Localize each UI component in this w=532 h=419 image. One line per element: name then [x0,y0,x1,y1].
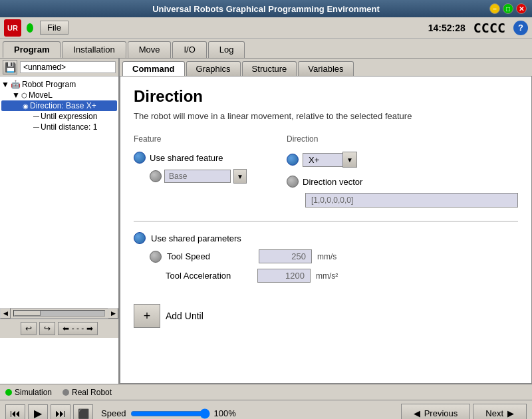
skip-forward-button[interactable]: ⏭ [51,404,70,420]
globe-icon-gray [150,170,162,182]
scroll-left-btn[interactable]: ◀ [0,308,11,319]
stop-button[interactable]: ⬛ [73,404,93,420]
feature-column: Feature Use shared feature ▼ [134,134,247,208]
status-indicator [27,23,33,33]
play-button[interactable]: ▶ [28,404,48,420]
scroll-right-btn[interactable]: ▶ [108,308,118,319]
window-title: Universal Robots Graphical Programming E… [43,4,489,14]
params-globe-icon [134,232,146,244]
direction-vector-input[interactable] [305,193,518,208]
help-button[interactable]: ? [513,21,528,35]
real-robot-status[interactable]: Real Robot [63,388,112,397]
add-until-icon: + [144,309,151,323]
tab-command[interactable]: Command [122,61,185,76]
right-panel: Command Graphics Structure Variables Dir… [120,59,532,384]
skip-back-button[interactable]: ⏮ [5,404,25,420]
base-dropdown-arrow[interactable]: ▼ [233,169,247,184]
tree-item-until-distance[interactable]: — Until distance: 1 [1,122,117,132]
simulation-status[interactable]: Simulation [5,388,52,397]
direction-vector-radio[interactable]: Direction vector [287,176,518,188]
tab-variables[interactable]: Variables [298,61,353,76]
divider [134,221,518,221]
scroll-track [13,310,105,317]
tab-move[interactable]: Move [128,41,172,58]
real-robot-label: Real Robot [72,388,112,397]
use-shared-feature-radio[interactable]: Use shared feature [134,152,247,164]
tab-structure[interactable]: Structure [242,61,297,76]
tool-speed-row: Tool Speed mm/s [150,249,518,263]
add-until-button[interactable]: + [134,304,160,328]
tab-io[interactable]: I/O [172,41,206,58]
direction-column: Direction ▼ Direction vector [287,134,518,208]
direction-value-input[interactable] [303,153,342,167]
tree-item-robot-program[interactable]: ▼ 🤖 Robot Program [1,79,117,90]
previous-label: Previous [424,408,458,418]
tool-accel-row: Tool Acceleration mm/s² [166,269,518,283]
real-robot-dot [63,389,69,396]
scroll-thumb[interactable] [14,311,41,316]
ur-logo: UR [4,19,21,37]
transport-bar: ⏮ ▶ ⏭ ⬛ Speed 100% ◀ Previous Next ▶ [0,400,532,419]
tool-accel-unit: mm/s² [316,271,338,281]
file-menu-button[interactable]: File [40,21,68,35]
tool-accel-label: Tool Acceleration [166,271,252,281]
panel-title: Direction [134,87,518,106]
tool-speed-icon [150,251,162,263]
direction-label: Direction [287,134,518,144]
robot-id: CCCC [473,20,505,36]
feature-direction-row: Feature Use shared feature ▼ Direction [134,134,518,208]
tool-speed-label: Tool Speed [167,251,253,261]
globe-icon-active [134,152,146,164]
add-until-section: + Add Until [134,296,518,328]
tree-item-direction[interactable]: ◉ Direction: Base X+ [1,100,117,111]
panel-description: The robot will move in a linear movement… [134,111,518,121]
status-bar: Simulation Real Robot [0,384,532,400]
maximize-button[interactable]: □ [503,3,513,14]
clock: 14:52:28 [428,23,466,33]
use-shared-feature-label: Use shared feature [150,153,223,163]
next-label: Next [485,408,503,418]
tool-speed-input[interactable] [259,249,312,263]
feature-label: Feature [134,134,247,144]
direction-input-row: ▼ [303,152,357,168]
main-tabs: Program Installation Move I/O Log [0,39,532,58]
close-button[interactable]: ✕ [516,3,527,14]
direction-dropdown-button[interactable]: ▼ [342,152,357,168]
speed-label: Speed [101,408,126,418]
sidebar-scrollbar[interactable]: ◀ ▶ [0,308,118,319]
direction-vector-label: Direction vector [303,177,362,187]
simulation-label: Simulation [15,388,52,397]
direction-globe-icon [287,154,299,166]
back-button[interactable]: ⬅ - - - ➡ [58,322,97,335]
speed-slider[interactable] [130,408,210,419]
minimize-button[interactable]: – [489,3,500,14]
tool-accel-input[interactable] [257,269,311,283]
sub-tabs: Command Graphics Structure Variables [120,59,532,76]
command-tab-content: Direction The robot will move in a linea… [120,76,532,384]
use-shared-params-row[interactable]: Use shared parameters [134,232,518,244]
simulation-dot [5,389,12,396]
save-button[interactable]: 💾 [3,60,17,74]
tree-item-until-expression[interactable]: — Until expression [1,111,117,122]
redo-button[interactable]: ↪ [39,322,55,335]
use-shared-params-label: Use shared parameters [151,233,241,243]
tab-graphics[interactable]: Graphics [186,61,241,76]
tool-speed-unit: mm/s [317,252,336,261]
sidebar-toolbar: 💾 <unnamed> [0,59,118,76]
params-section: Use shared parameters Tool Speed mm/s To… [134,232,518,283]
prev-arrow-icon: ◀ [414,408,420,418]
direction-select-row[interactable]: ▼ [287,152,518,168]
next-button[interactable]: Next ▶ [473,404,527,419]
menu-bar: UR File 14:52:28 CCCC ? [0,17,532,39]
tree-item-movel[interactable]: ▼ ⬡ MoveL [1,90,117,100]
previous-button[interactable]: ◀ Previous [401,404,471,419]
direction-vector-icon [287,176,299,188]
content-area: 💾 <unnamed> ▼ 🤖 Robot Program ▼ ⬡ MoveL … [0,58,532,384]
tab-log[interactable]: Log [208,41,245,58]
sidebar: 💾 <unnamed> ▼ 🤖 Robot Program ▼ ⬡ MoveL … [0,59,120,384]
next-arrow-icon: ▶ [507,408,514,418]
base-dropdown-input[interactable] [164,170,231,183]
undo-button[interactable]: ↩ [21,322,37,335]
tab-installation[interactable]: Installation [62,41,126,58]
tab-program[interactable]: Program [3,41,61,58]
